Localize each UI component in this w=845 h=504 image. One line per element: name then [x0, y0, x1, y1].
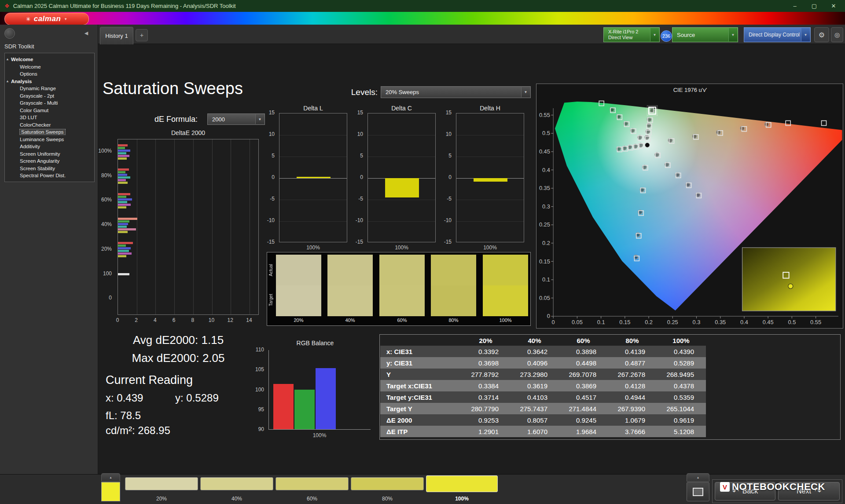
table-cell: 0.3714 — [461, 394, 510, 401]
deltae-axis-label: 0 — [109, 295, 112, 301]
table-row-label: Target Y — [380, 405, 461, 413]
dc-axis-label: 5 — [360, 153, 363, 159]
table-cell: 277.8792 — [461, 371, 510, 378]
swatch-target — [379, 285, 425, 316]
deltae-bar — [118, 247, 131, 249]
pattern-window-button[interactable] — [687, 482, 709, 501]
delta-l-y-axis: 151050-5-10-15 — [262, 113, 277, 242]
deltae-bar — [118, 182, 128, 184]
sidebar-item-additivity[interactable]: Additivity — [5, 143, 94, 150]
power-button[interactable]: ◎ — [831, 27, 843, 42]
minimize-button[interactable]: – — [785, 0, 805, 12]
table-cell: 0.3642 — [510, 348, 559, 355]
display-control-dropdown[interactable]: Direct Display Control ▼ — [744, 27, 811, 42]
deltae-bar — [118, 245, 126, 247]
table-cell: 0.3384 — [461, 382, 510, 390]
deltae-axis-label: 100 — [103, 270, 112, 277]
sidebar-item-screen-angularity[interactable]: Screen Angularity — [5, 157, 94, 165]
deltae-bar — [118, 228, 136, 230]
table-cell: 0.8057 — [510, 416, 559, 424]
application-window: ❖ Calman 2025 Calman Ultimate for Busine… — [0, 0, 845, 504]
levels-label: Levels: — [321, 88, 378, 97]
sidebar-item-spectral-power-dist-[interactable]: Spectral Power Dist. — [5, 172, 94, 179]
de-formula-dropdown[interactable]: 2000 ▼ — [207, 113, 265, 125]
swatch-actual — [276, 255, 321, 285]
sidebar-item-label: Additivity — [20, 144, 40, 149]
source-dropdown[interactable]: Source ▼ — [672, 27, 738, 42]
sidebar-item-grayscale-2pt[interactable]: Grayscale - 2pt — [5, 92, 94, 100]
maximize-button[interactable]: ▢ — [805, 0, 824, 12]
sidebar-item-analysis[interactable]: ▴Analysis — [5, 78, 94, 85]
swatch-actual — [327, 255, 373, 285]
sidebar-item-label: Saturation Sweeps — [20, 129, 65, 135]
swatch-level-label: 100% — [478, 318, 533, 323]
rgb-bar-red — [273, 384, 294, 429]
sidebar-item-color-gamut[interactable]: Color Gamut — [5, 107, 94, 114]
table-header-cell: 40% — [510, 337, 559, 344]
deltae-axis-label: 10 — [205, 317, 218, 323]
table-cell: 0.4877 — [608, 359, 657, 367]
table-row-label: Y — [380, 371, 461, 378]
pattern-label: 100% — [426, 496, 498, 502]
calman-menu-button[interactable]: ✳ calman ▼ — [4, 13, 89, 25]
deltae-axis-label: 100% — [98, 148, 112, 154]
pattern-button-20[interactable] — [125, 477, 198, 490]
meter-count-badge[interactable]: 236 — [661, 30, 672, 42]
pattern-button-100[interactable] — [426, 475, 498, 492]
pattern-color-tile[interactable] — [101, 482, 120, 501]
deltae-bar — [118, 168, 129, 171]
pattern-drawer-handle-right[interactable]: ▴ — [687, 473, 709, 482]
table-row-label: ΔE 2000 — [380, 416, 461, 424]
back-button[interactable]: ↶ Back — [715, 482, 775, 500]
table-row-label: Target y:CIE31 — [380, 394, 461, 401]
sidebar-item-grayscale-multi[interactable]: Grayscale - Multi — [5, 99, 94, 107]
caret-up-icon: ▴ — [697, 475, 699, 479]
deltae-bar — [118, 144, 128, 146]
svg-text:0.55: 0.55 — [539, 112, 550, 118]
svg-text:0: 0 — [547, 313, 550, 319]
deltae-bar — [118, 255, 126, 257]
table-cell: 0.5289 — [657, 359, 705, 367]
sidebar-item-luminance-sweeps[interactable]: Luminance Sweeps — [5, 136, 94, 143]
sidebar-item-welcome[interactable]: Welcome — [5, 63, 94, 71]
sidebar-item-screen-uniformity[interactable]: Screen Uniformity — [5, 150, 94, 158]
sidebar-collapse-button[interactable]: ◀ — [82, 29, 91, 37]
meter-dropdown[interactable]: X-Rite i1Pro 2 Direct View ▼ — [603, 27, 660, 42]
pattern-button-60[interactable] — [276, 477, 349, 490]
dh-gridline — [456, 200, 524, 200]
next-button[interactable]: Next ↷ — [778, 482, 840, 500]
settings-button[interactable]: ⚙ — [814, 27, 829, 42]
add-tab-button[interactable]: + — [136, 29, 148, 41]
deltae-bar — [118, 201, 127, 203]
sidebar-item-label: ColorChecker — [20, 122, 51, 128]
sidebar-item-colorchecker[interactable]: ColorChecker — [5, 121, 94, 129]
tree-expand-icon[interactable]: ▴ — [7, 56, 8, 63]
tree-expand-icon[interactable]: ▴ — [7, 78, 8, 85]
pattern-button-80[interactable] — [351, 477, 424, 490]
table-cell: 267.2678 — [608, 371, 657, 378]
sidebar-item-3d-lut[interactable]: 3D LUT — [5, 114, 94, 121]
avg-de2000: Avg dE2000: 1.15 — [106, 333, 251, 347]
workflow-menu-button[interactable] — [4, 28, 15, 39]
actual-row-label: Actual — [268, 256, 274, 284]
levels-dropdown[interactable]: 20% Sweeps ▼ — [381, 86, 531, 98]
pattern-drawer-handle-left[interactable]: ▴ — [101, 473, 120, 482]
close-button[interactable]: ✕ — [824, 0, 843, 12]
sidebar-item-options[interactable]: Options — [5, 70, 94, 78]
pattern-button-40[interactable] — [200, 477, 273, 490]
sidebar-item-label: Screen Uniformity — [20, 151, 60, 157]
deltae-bar — [118, 174, 127, 176]
table-cell: 0.4103 — [510, 394, 559, 401]
svg-text:0.25: 0.25 — [539, 221, 550, 228]
sidebar-item-screen-stability[interactable]: Screen Stability — [5, 165, 94, 172]
deltae-bar — [118, 176, 130, 179]
table-cell: 0.4128 — [608, 382, 657, 390]
deltae-gridline — [193, 139, 194, 314]
svg-text:0.25: 0.25 — [667, 319, 678, 325]
tab-history-1[interactable]: History 1 — [100, 27, 133, 44]
table-cell: 3.7666 — [608, 428, 657, 435]
sidebar-item-dynamic-range[interactable]: Dynamic Range — [5, 85, 94, 92]
sidebar-item-saturation-sweeps[interactable]: Saturation Sweeps — [5, 128, 94, 136]
sidebar-item-welcome[interactable]: ▴Welcome — [5, 56, 94, 63]
pattern-label: 20% — [125, 496, 198, 502]
